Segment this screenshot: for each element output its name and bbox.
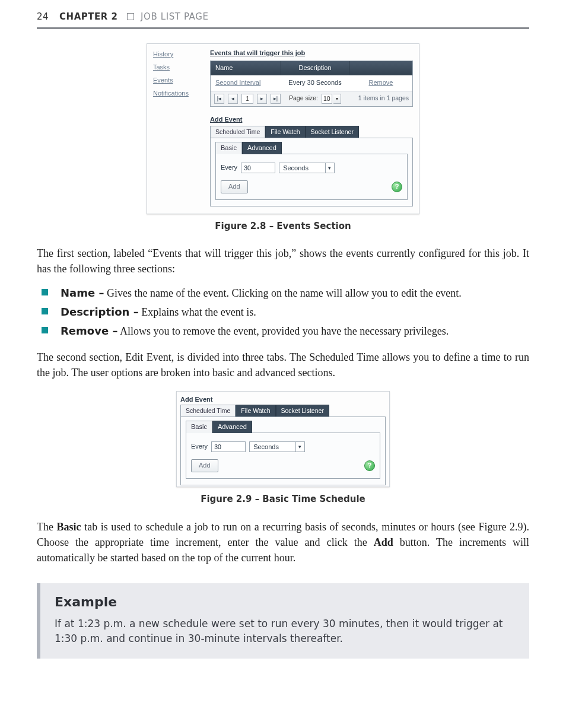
every-label: Every bbox=[191, 442, 208, 452]
bullet-text: Gives the name of the event. Clicking on… bbox=[104, 287, 461, 299]
col-name: Name bbox=[211, 61, 281, 75]
tab-socket-listener[interactable]: Socket Listener bbox=[276, 405, 329, 417]
add-event-tabs: Scheduled Time File Watch Socket Listene… bbox=[180, 405, 386, 417]
add-event-heading: Add Event bbox=[210, 115, 413, 125]
sidebar-item-history[interactable]: History bbox=[153, 50, 204, 59]
interval-input[interactable]: 30 bbox=[241, 163, 275, 173]
add-event-heading: Add Event bbox=[180, 395, 386, 405]
example-heading: Example bbox=[55, 593, 505, 612]
square-icon bbox=[127, 13, 134, 20]
add-button[interactable]: Add bbox=[221, 180, 248, 193]
col-description: Description bbox=[281, 61, 349, 75]
events-table: Name Description Second Interval Every 3… bbox=[210, 61, 413, 107]
tab-scheduled-time[interactable]: Scheduled Time bbox=[210, 126, 265, 138]
text: The bbox=[37, 521, 57, 533]
figure-2-8: History Tasks Events Notifications Event… bbox=[37, 43, 529, 214]
event-name-link[interactable]: Second Interval bbox=[215, 79, 260, 86]
unit-value: Seconds bbox=[250, 442, 295, 452]
unit-value: Seconds bbox=[279, 163, 325, 173]
pager-first-icon[interactable]: |◂ bbox=[214, 94, 224, 104]
tab-scheduled-time[interactable]: Scheduled Time bbox=[180, 405, 236, 417]
figure-2-9: Add Event Scheduled Time File Watch Sock… bbox=[37, 391, 529, 487]
bold-term: Add bbox=[374, 536, 393, 548]
help-icon[interactable]: ? bbox=[392, 182, 402, 192]
col-actions bbox=[349, 61, 412, 75]
pager-page-input[interactable]: 1 bbox=[241, 94, 253, 104]
page-number: 24 bbox=[37, 11, 49, 24]
section-title: JOB LIST PAGE bbox=[141, 11, 209, 22]
add-event-tabs: Scheduled Time File Watch Socket Listene… bbox=[210, 126, 413, 138]
basic-panel: Every 30 Seconds ▾ Add ? bbox=[186, 433, 380, 479]
header-rule bbox=[37, 27, 529, 29]
basic-advanced-tabs: Basic Advanced bbox=[215, 142, 408, 154]
add-button[interactable]: Add bbox=[191, 459, 218, 472]
remove-link[interactable]: Remove bbox=[369, 79, 393, 86]
page-size-value: 10 bbox=[322, 94, 332, 104]
example-callout: Example If at 1:23 p.m. a new schedule w… bbox=[37, 583, 529, 659]
page: 24 CHAPTER 2 JOB LIST PAGE History Tasks… bbox=[0, 0, 566, 682]
basic-panel: Every 30 Seconds ▾ Add ? bbox=[215, 154, 408, 200]
tab-file-watch[interactable]: File Watch bbox=[236, 405, 275, 417]
pager-last-icon[interactable]: ▸| bbox=[271, 94, 281, 104]
sidebar-item-notifications[interactable]: Notifications bbox=[153, 89, 204, 98]
chevron-down-icon: ▾ bbox=[295, 442, 304, 452]
pager-info: 1 items in 1 pages bbox=[358, 94, 409, 103]
paragraph: The second section, Edit Event, is divid… bbox=[37, 349, 529, 380]
pager-next-icon[interactable]: ▸ bbox=[257, 94, 267, 104]
tab-basic[interactable]: Basic bbox=[215, 142, 242, 154]
bullet-term: Name – bbox=[61, 287, 104, 299]
list-item: Description – Explains what the event is… bbox=[37, 304, 529, 320]
figure-2-8-caption: Figure 2.8 – Events Section bbox=[37, 220, 529, 233]
list-item: Name – Gives the name of the event. Clic… bbox=[37, 285, 529, 301]
tab-advanced[interactable]: Advanced bbox=[242, 142, 282, 154]
tab-basic[interactable]: Basic bbox=[186, 421, 212, 433]
page-size-label: Page size: bbox=[289, 94, 318, 103]
tab-file-watch[interactable]: File Watch bbox=[265, 126, 305, 138]
chapter-label: CHAPTER 2 bbox=[59, 11, 117, 22]
pager: |◂ ◂ 1 ▸ ▸| Page size: 10 ▾ 1 items in 1… bbox=[211, 91, 412, 106]
help-icon[interactable]: ? bbox=[364, 460, 375, 471]
interval-input[interactable]: 30 bbox=[211, 441, 246, 452]
event-description: Every 30 Seconds bbox=[281, 75, 349, 91]
pager-prev-icon[interactable]: ◂ bbox=[228, 94, 238, 104]
bold-term: Basic bbox=[57, 521, 81, 533]
chevron-down-icon: ▾ bbox=[333, 94, 341, 104]
figure-2-9-caption: Figure 2.9 – Basic Time Schedule bbox=[37, 493, 529, 506]
scheduled-time-panel: Basic Advanced Every 30 Seconds ▾ bbox=[180, 417, 386, 485]
bullet-term: Remove – bbox=[61, 325, 117, 337]
add-event-panel: Add Event Scheduled Time File Watch Sock… bbox=[210, 115, 413, 206]
sidebar-item-events[interactable]: Events bbox=[153, 76, 204, 85]
list-item: Remove – Allows you to remove the event,… bbox=[37, 323, 529, 339]
bullet-term: Description – bbox=[61, 306, 139, 318]
bullet-text: Allows you to remove the event, provided… bbox=[117, 325, 449, 337]
events-section-screenshot: History Tasks Events Notifications Event… bbox=[147, 43, 419, 214]
paragraph: The Basic tab is used to schedule a job … bbox=[37, 519, 529, 565]
chevron-down-icon: ▾ bbox=[325, 163, 334, 173]
paragraph: The first section, labeled “Events that … bbox=[37, 246, 529, 276]
scheduled-time-panel: Basic Advanced Every 30 Seconds ▾ bbox=[210, 138, 413, 206]
running-header: 24 CHAPTER 2 JOB LIST PAGE bbox=[37, 11, 529, 24]
bullet-text: Explains what the event is. bbox=[139, 306, 256, 318]
tab-socket-listener[interactable]: Socket Listener bbox=[306, 126, 359, 138]
unit-select[interactable]: Seconds ▾ bbox=[279, 163, 335, 173]
unit-select[interactable]: Seconds ▾ bbox=[249, 441, 305, 452]
sidebar-nav: History Tasks Events Notifications bbox=[153, 49, 204, 206]
tab-advanced[interactable]: Advanced bbox=[212, 421, 252, 433]
bullet-list: Name – Gives the name of the event. Clic… bbox=[37, 285, 529, 339]
basic-advanced-tabs: Basic Advanced bbox=[186, 421, 380, 433]
table-row: Second Interval Every 30 Seconds Remove bbox=[211, 75, 412, 91]
events-heading: Events that will trigger this job bbox=[210, 49, 413, 58]
example-body: If at 1:23 p.m. a new schedule were set … bbox=[55, 616, 505, 647]
events-table-header: Name Description bbox=[211, 61, 412, 75]
sidebar-item-tasks[interactable]: Tasks bbox=[153, 63, 204, 72]
page-size-select[interactable]: 10 ▾ bbox=[322, 94, 341, 104]
basic-time-schedule-screenshot: Add Event Scheduled Time File Watch Sock… bbox=[176, 391, 390, 487]
every-label: Every bbox=[221, 163, 237, 173]
